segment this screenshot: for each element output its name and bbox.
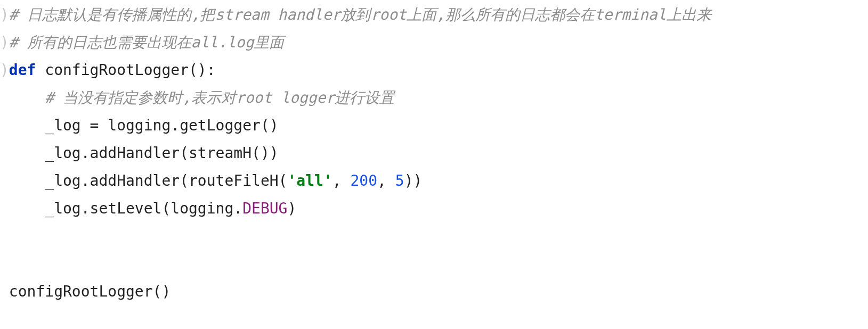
- gutter-mark: ): [0, 6, 9, 23]
- comment-line-2: # 所有的日志也需要出现在all.log里面: [9, 34, 284, 51]
- code-line-7d: )): [404, 172, 423, 190]
- code-line-5: _log = logging.getLogger(): [45, 117, 278, 134]
- function-name: configRootLogger():: [36, 61, 215, 79]
- comment-line-1: # 日志默认是有传播属性的,把stream handler放到root上面,那么…: [9, 6, 711, 23]
- code-line-11: configRootLogger(): [9, 283, 171, 300]
- number-5: 5: [395, 172, 404, 190]
- gutter-mark: ): [0, 61, 9, 79]
- code-editor[interactable]: )# 日志默认是有传播属性的,把stream handler放到root上面,那…: [0, 0, 868, 306]
- number-200: 200: [350, 172, 377, 190]
- code-line-8a: _log.setLevel(logging.: [45, 200, 242, 217]
- keyword-def: def: [9, 61, 36, 79]
- code-line-7b: ,: [332, 172, 351, 190]
- code-line-6: _log.addHandler(streamH()): [45, 144, 278, 162]
- code-line-7a: _log.addHandler(routeFileH(: [45, 172, 287, 190]
- member-debug: DEBUG: [242, 200, 287, 217]
- comment-line-4: # 当没有指定参数时,表示对root logger进行设置: [45, 89, 394, 106]
- string-all: 'all': [287, 172, 332, 190]
- gutter-mark: ): [0, 34, 9, 51]
- code-line-8b: ): [287, 200, 296, 217]
- code-line-7c: ,: [377, 172, 395, 190]
- gutter-mark: [0, 200, 9, 217]
